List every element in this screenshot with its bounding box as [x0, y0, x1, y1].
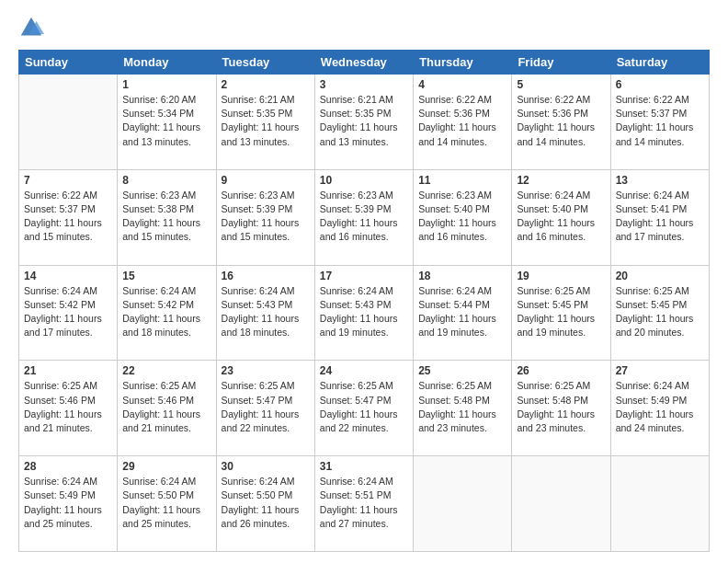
- calendar-cell: 19Sunrise: 6:25 AMSunset: 5:45 PMDayligh…: [512, 265, 610, 361]
- header: [18, 15, 710, 40]
- calendar-cell: 21Sunrise: 6:25 AMSunset: 5:46 PMDayligh…: [19, 361, 118, 456]
- calendar-cell: [414, 456, 512, 552]
- cell-info: Sunrise: 6:24 AMSunset: 5:41 PMDaylight:…: [616, 189, 704, 245]
- calendar-cell: 6Sunrise: 6:22 AMSunset: 5:37 PMDaylight…: [610, 75, 709, 170]
- day-number: 24: [320, 364, 408, 377]
- weekday-saturday: Saturday: [610, 51, 709, 75]
- week-row-1: 7Sunrise: 6:22 AMSunset: 5:37 PMDaylight…: [19, 169, 710, 265]
- calendar-cell: 8Sunrise: 6:23 AMSunset: 5:38 PMDaylight…: [118, 169, 216, 265]
- cell-info: Sunrise: 6:23 AMSunset: 5:38 PMDaylight:…: [122, 189, 210, 245]
- day-number: 18: [418, 270, 506, 282]
- day-number: 11: [418, 174, 506, 187]
- calendar-cell: 16Sunrise: 6:24 AMSunset: 5:43 PMDayligh…: [216, 265, 314, 361]
- day-number: 21: [24, 364, 112, 377]
- calendar-cell: 24Sunrise: 6:25 AMSunset: 5:47 PMDayligh…: [314, 361, 413, 456]
- weekday-thursday: Thursday: [414, 51, 512, 75]
- week-row-3: 21Sunrise: 6:25 AMSunset: 5:46 PMDayligh…: [19, 361, 710, 456]
- day-number: 10: [320, 174, 408, 187]
- day-number: 6: [616, 78, 704, 91]
- cell-info: Sunrise: 6:24 AMSunset: 5:50 PMDaylight:…: [222, 475, 310, 531]
- cell-info: Sunrise: 6:24 AMSunset: 5:49 PMDaylight:…: [616, 379, 704, 435]
- cell-info: Sunrise: 6:23 AMSunset: 5:39 PMDaylight:…: [320, 189, 408, 245]
- day-number: 20: [616, 270, 704, 282]
- day-number: 22: [122, 364, 210, 377]
- day-number: 3: [320, 78, 408, 91]
- day-number: 19: [517, 270, 605, 282]
- cell-info: Sunrise: 6:24 AMSunset: 5:42 PMDaylight:…: [24, 284, 112, 340]
- day-number: 5: [517, 78, 605, 91]
- calendar-cell: 13Sunrise: 6:24 AMSunset: 5:41 PMDayligh…: [610, 169, 709, 265]
- calendar-cell: 15Sunrise: 6:24 AMSunset: 5:42 PMDayligh…: [118, 265, 216, 361]
- calendar-cell: 17Sunrise: 6:24 AMSunset: 5:43 PMDayligh…: [314, 265, 413, 361]
- cell-info: Sunrise: 6:24 AMSunset: 5:44 PMDaylight:…: [418, 284, 506, 340]
- cell-info: Sunrise: 6:25 AMSunset: 5:46 PMDaylight:…: [122, 379, 210, 435]
- calendar-cell: 1Sunrise: 6:20 AMSunset: 5:34 PMDaylight…: [118, 75, 216, 170]
- day-number: 4: [418, 78, 506, 91]
- logo: [18, 15, 48, 40]
- day-number: 1: [122, 78, 210, 91]
- day-number: 27: [616, 364, 704, 377]
- day-number: 23: [222, 364, 310, 377]
- day-number: 15: [122, 270, 210, 282]
- day-number: 8: [122, 174, 210, 187]
- cell-info: Sunrise: 6:22 AMSunset: 5:37 PMDaylight:…: [24, 189, 112, 245]
- calendar-cell: [512, 456, 610, 552]
- cell-info: Sunrise: 6:25 AMSunset: 5:46 PMDaylight:…: [24, 379, 112, 435]
- calendar-cell: 18Sunrise: 6:24 AMSunset: 5:44 PMDayligh…: [414, 265, 512, 361]
- cell-info: Sunrise: 6:21 AMSunset: 5:35 PMDaylight:…: [320, 93, 408, 149]
- day-number: 2: [222, 78, 310, 91]
- calendar-cell: 20Sunrise: 6:25 AMSunset: 5:45 PMDayligh…: [610, 265, 709, 361]
- cell-info: Sunrise: 6:22 AMSunset: 5:37 PMDaylight:…: [616, 93, 704, 149]
- calendar-cell: 26Sunrise: 6:25 AMSunset: 5:48 PMDayligh…: [512, 361, 610, 456]
- cell-info: Sunrise: 6:25 AMSunset: 5:45 PMDaylight:…: [616, 284, 704, 340]
- weekday-friday: Friday: [512, 51, 610, 75]
- calendar-cell: 22Sunrise: 6:25 AMSunset: 5:46 PMDayligh…: [118, 361, 216, 456]
- cell-info: Sunrise: 6:25 AMSunset: 5:48 PMDaylight:…: [517, 379, 605, 435]
- cell-info: Sunrise: 6:21 AMSunset: 5:35 PMDaylight:…: [222, 93, 310, 149]
- calendar-cell: 2Sunrise: 6:21 AMSunset: 5:35 PMDaylight…: [216, 75, 314, 170]
- calendar-cell: 10Sunrise: 6:23 AMSunset: 5:39 PMDayligh…: [314, 169, 413, 265]
- cell-info: Sunrise: 6:25 AMSunset: 5:48 PMDaylight:…: [418, 379, 506, 435]
- calendar-cell: 31Sunrise: 6:24 AMSunset: 5:51 PMDayligh…: [314, 456, 413, 552]
- calendar-cell: 30Sunrise: 6:24 AMSunset: 5:50 PMDayligh…: [216, 456, 314, 552]
- calendar-cell: 23Sunrise: 6:25 AMSunset: 5:47 PMDayligh…: [216, 361, 314, 456]
- cell-info: Sunrise: 6:23 AMSunset: 5:39 PMDaylight:…: [222, 189, 310, 245]
- calendar-cell: 27Sunrise: 6:24 AMSunset: 5:49 PMDayligh…: [610, 361, 709, 456]
- week-row-2: 14Sunrise: 6:24 AMSunset: 5:42 PMDayligh…: [19, 265, 710, 361]
- cell-info: Sunrise: 6:24 AMSunset: 5:50 PMDaylight:…: [122, 475, 210, 531]
- weekday-sunday: Sunday: [19, 51, 118, 75]
- weekday-monday: Monday: [118, 51, 216, 75]
- cell-info: Sunrise: 6:24 AMSunset: 5:49 PMDaylight:…: [24, 475, 112, 531]
- calendar-cell: 25Sunrise: 6:25 AMSunset: 5:48 PMDayligh…: [414, 361, 512, 456]
- day-number: 7: [24, 174, 112, 187]
- weekday-header-row: SundayMondayTuesdayWednesdayThursdayFrid…: [19, 51, 710, 75]
- logo-icon: [18, 15, 44, 40]
- calendar-cell: 28Sunrise: 6:24 AMSunset: 5:49 PMDayligh…: [19, 456, 118, 552]
- cell-info: Sunrise: 6:22 AMSunset: 5:36 PMDaylight:…: [418, 93, 506, 149]
- cell-info: Sunrise: 6:25 AMSunset: 5:45 PMDaylight:…: [517, 284, 605, 340]
- day-number: 14: [24, 270, 112, 282]
- cell-info: Sunrise: 6:24 AMSunset: 5:40 PMDaylight:…: [517, 189, 605, 245]
- calendar-cell: 3Sunrise: 6:21 AMSunset: 5:35 PMDaylight…: [314, 75, 413, 170]
- calendar-table: SundayMondayTuesdayWednesdayThursdayFrid…: [18, 50, 710, 552]
- calendar-cell: 14Sunrise: 6:24 AMSunset: 5:42 PMDayligh…: [19, 265, 118, 361]
- cell-info: Sunrise: 6:20 AMSunset: 5:34 PMDaylight:…: [122, 93, 210, 149]
- day-number: 30: [222, 460, 310, 473]
- day-number: 17: [320, 270, 408, 282]
- day-number: 16: [222, 270, 310, 282]
- cell-info: Sunrise: 6:25 AMSunset: 5:47 PMDaylight:…: [320, 379, 408, 435]
- calendar-cell: [610, 456, 709, 552]
- week-row-4: 28Sunrise: 6:24 AMSunset: 5:49 PMDayligh…: [19, 456, 710, 552]
- calendar-cell: 4Sunrise: 6:22 AMSunset: 5:36 PMDaylight…: [414, 75, 512, 170]
- calendar-cell: 12Sunrise: 6:24 AMSunset: 5:40 PMDayligh…: [512, 169, 610, 265]
- week-row-0: 1Sunrise: 6:20 AMSunset: 5:34 PMDaylight…: [19, 75, 710, 170]
- cell-info: Sunrise: 6:24 AMSunset: 5:51 PMDaylight:…: [320, 475, 408, 531]
- cell-info: Sunrise: 6:23 AMSunset: 5:40 PMDaylight:…: [418, 189, 506, 245]
- weekday-tuesday: Tuesday: [216, 51, 314, 75]
- day-number: 31: [320, 460, 408, 473]
- calendar-cell: 9Sunrise: 6:23 AMSunset: 5:39 PMDaylight…: [216, 169, 314, 265]
- cell-info: Sunrise: 6:24 AMSunset: 5:43 PMDaylight:…: [320, 284, 408, 340]
- day-number: 25: [418, 364, 506, 377]
- day-number: 13: [616, 174, 704, 187]
- calendar-cell: 7Sunrise: 6:22 AMSunset: 5:37 PMDaylight…: [19, 169, 118, 265]
